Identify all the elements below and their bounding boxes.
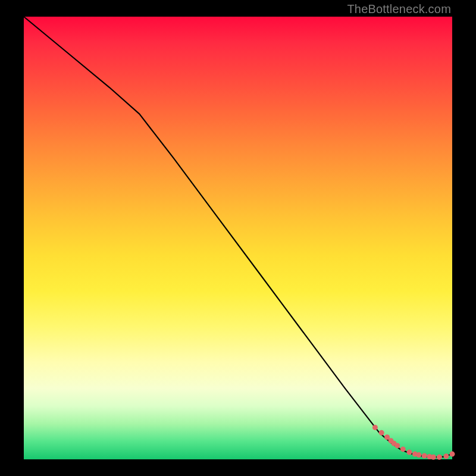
scatter-points — [372, 425, 455, 460]
data-point — [422, 453, 427, 459]
data-point — [394, 443, 400, 448]
data-point — [437, 455, 442, 460]
plot-area — [24, 17, 452, 459]
plot-svg — [24, 17, 452, 459]
data-point — [372, 425, 378, 430]
data-point — [450, 452, 455, 457]
data-point — [407, 450, 412, 455]
chart-frame: TheBottleneck.com — [0, 0, 476, 476]
curve-path — [24, 17, 452, 457]
data-point — [379, 430, 384, 436]
data-point — [431, 455, 436, 460]
data-point — [400, 446, 406, 452]
watermark-text: TheBottleneck.com — [347, 2, 451, 16]
data-point — [443, 453, 449, 459]
data-point — [416, 452, 421, 458]
